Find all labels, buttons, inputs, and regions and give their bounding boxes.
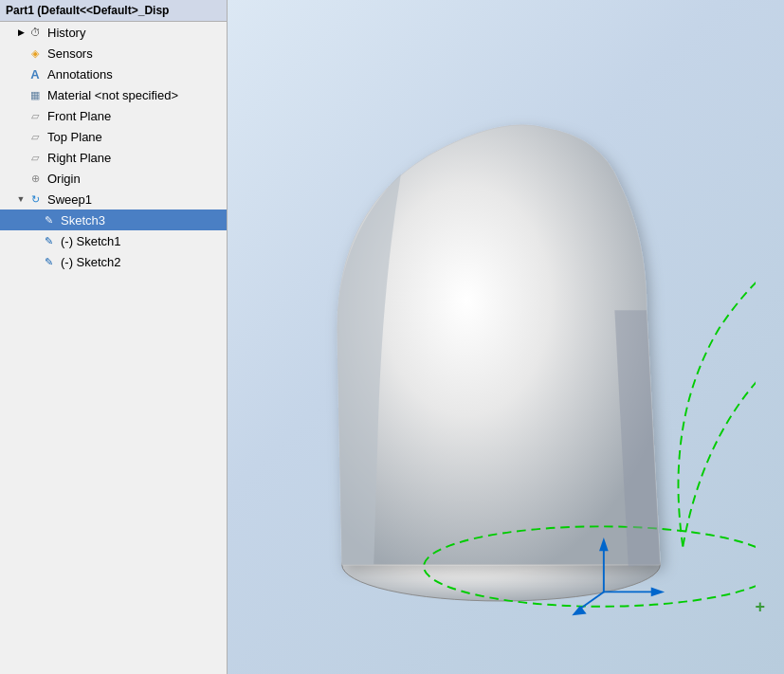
annotations-icon: A [27,65,44,82]
sidebar-item-sensors[interactable]: ◈ Sensors [0,43,227,64]
3d-shape-svg [246,47,756,646]
sidebar-item-sketch3[interactable]: ✎ Sketch3 [0,209,227,230]
sketch3-icon: ✎ [40,211,57,228]
3d-viewport[interactable]: + [228,0,784,674]
annotations-label: Annotations [47,67,113,82]
origin-icon: ⊕ [27,170,44,187]
sidebar-item-sweep1[interactable]: ▼ ↻ Sweep1 [0,189,227,209]
sidebar-item-history[interactable]: ▶ ⏱ History [0,22,227,43]
top-plane-label: Top Plane [47,130,102,144]
material-label: Material <not specified> [47,88,178,102]
sketch3-label: Sketch3 [61,213,105,228]
part-title: Part1 (Default<<Default>_Disp [0,0,227,22]
sidebar-item-annotations[interactable]: A Annotations [0,64,227,84]
sketch2-icon: ✎ [40,253,57,270]
right-plane-icon: ▱ [27,149,44,166]
sensors-icon: ◈ [27,45,44,62]
sidebar-item-material[interactable]: ▦ Material <not specified> [0,84,227,105]
history-icon: ⏱ [27,24,44,41]
sidebar-item-sketch1[interactable]: ✎ (-) Sketch1 [0,230,227,251]
sidebar-item-top-plane[interactable]: ▱ Top Plane [0,126,227,147]
front-plane-label: Front Plane [47,109,111,123]
sidebar-item-right-plane[interactable]: ▱ Right Plane [0,147,227,168]
sidebar-resize-handle[interactable] [224,0,231,674]
front-plane-icon: ▱ [27,107,44,124]
origin-label: Origin [47,172,81,186]
sketch1-label: (-) Sketch1 [61,234,121,248]
sidebar-item-sketch2[interactable]: ✎ (-) Sketch2 [0,251,227,272]
feature-tree-sidebar: Part1 (Default<<Default>_Disp ▶ ⏱ Histor… [0,0,228,674]
arrow-sweep1: ▼ [15,194,27,204]
material-icon: ▦ [27,86,44,103]
viewport-plus-marker: + [755,597,765,617]
3d-shape-container [246,47,756,646]
sidebar-item-origin[interactable]: ⊕ Origin [0,168,227,189]
top-plane-icon: ▱ [27,128,44,145]
history-label: History [47,26,85,40]
sweep1-label: Sweep1 [47,192,92,207]
sidebar-item-front-plane[interactable]: ▱ Front Plane [0,105,227,126]
feature-tree: ▶ ⏱ History ◈ Sensors A Annotations ▦ Ma… [0,22,227,272]
right-plane-label: Right Plane [47,151,111,165]
sweep1-icon: ↻ [27,191,44,208]
arrow-history: ▶ [15,27,27,37]
sensors-label: Sensors [47,46,93,61]
svg-marker-7 [651,588,665,597]
sketch1-icon: ✎ [40,232,57,249]
sketch2-label: (-) Sketch2 [61,255,121,269]
